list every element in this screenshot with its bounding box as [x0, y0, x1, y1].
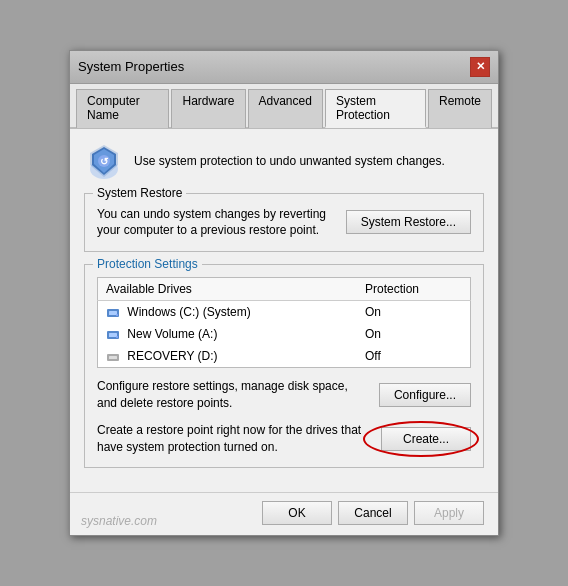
watermark: sysnative.com — [81, 514, 157, 528]
dialog-title: System Properties — [78, 59, 184, 74]
table-row[interactable]: New Volume (A:) On — [98, 323, 471, 345]
drive-name: RECOVERY (D:) — [98, 345, 357, 368]
system-restore-button[interactable]: System Restore... — [346, 210, 471, 234]
cancel-button[interactable]: Cancel — [338, 501, 408, 525]
system-restore-description: You can undo system changes by reverting… — [97, 206, 336, 240]
col-header-protection: Protection — [357, 278, 471, 301]
drive-protection: Off — [357, 345, 471, 368]
drives-table: Available Drives Protection Windows (C:)… — [97, 277, 471, 368]
create-row: Create a restore point right now for the… — [97, 422, 471, 456]
drive-protection: On — [357, 323, 471, 345]
svg-point-11 — [116, 336, 118, 338]
drive-icon — [106, 351, 120, 363]
tab-advanced[interactable]: Advanced — [248, 89, 323, 128]
create-button-wrapper: Create... — [371, 427, 471, 451]
svg-rect-13 — [109, 356, 117, 359]
configure-description: Configure restore settings, manage disk … — [97, 378, 369, 412]
drive-icon — [106, 307, 120, 319]
create-description: Create a restore point right now for the… — [97, 422, 371, 456]
tab-hardware[interactable]: Hardware — [171, 89, 245, 128]
tab-computer-name[interactable]: Computer Name — [76, 89, 169, 128]
svg-point-8 — [116, 314, 118, 316]
system-restore-inner: You can undo system changes by reverting… — [97, 206, 471, 240]
tabs-container: Computer Name Hardware Advanced System P… — [70, 84, 498, 129]
header-row: ↺ Use system protection to undo unwanted… — [84, 141, 484, 181]
table-row[interactable]: Windows (C:) (System) On — [98, 301, 471, 324]
system-properties-dialog: System Properties ✕ Computer Name Hardwa… — [69, 50, 499, 537]
tab-content: ↺ Use system protection to undo unwanted… — [70, 129, 498, 493]
drive-name: Windows (C:) (System) — [98, 301, 357, 324]
svg-rect-10 — [109, 333, 117, 337]
protection-settings-section: Protection Settings Available Drives Pro… — [84, 264, 484, 468]
system-restore-label: System Restore — [93, 186, 186, 200]
svg-rect-7 — [109, 311, 117, 315]
system-restore-section: System Restore You can undo system chang… — [84, 193, 484, 253]
configure-button[interactable]: Configure... — [379, 383, 471, 407]
apply-button[interactable]: Apply — [414, 501, 484, 525]
header-description: Use system protection to undo unwanted s… — [134, 154, 445, 168]
tab-system-protection[interactable]: System Protection — [325, 89, 426, 128]
create-button[interactable]: Create... — [381, 427, 471, 451]
configure-row: Configure restore settings, manage disk … — [97, 378, 471, 412]
tab-remote[interactable]: Remote — [428, 89, 492, 128]
svg-text:↺: ↺ — [100, 156, 109, 167]
table-row[interactable]: RECOVERY (D:) Off — [98, 345, 471, 368]
title-bar: System Properties ✕ — [70, 51, 498, 84]
shield-icon: ↺ — [84, 141, 124, 181]
protection-settings-label: Protection Settings — [93, 257, 202, 271]
drive-name: New Volume (A:) — [98, 323, 357, 345]
drive-icon — [106, 329, 120, 341]
col-header-drives: Available Drives — [98, 278, 357, 301]
drive-protection: On — [357, 301, 471, 324]
close-button[interactable]: ✕ — [470, 57, 490, 77]
ok-button[interactable]: OK — [262, 501, 332, 525]
